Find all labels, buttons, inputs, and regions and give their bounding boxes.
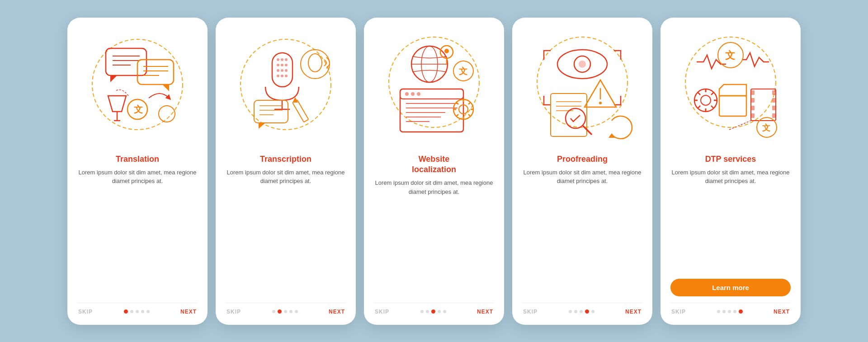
dots-translation <box>124 309 150 314</box>
screen-proofreading: Proofreading Lorem ipsum dolor sit dim a… <box>512 18 652 325</box>
skip-button-website-localization[interactable]: SKIP <box>374 307 390 317</box>
dots-transcription <box>272 309 298 314</box>
svg-marker-41 <box>259 123 265 129</box>
description-transcription: Lorem ipsum dolor sit dim amet, mea regi… <box>226 168 346 298</box>
title-website-localization: Website localization <box>412 154 456 175</box>
dot-1 <box>574 310 577 313</box>
learn-more-button[interactable]: Learn more <box>670 279 791 296</box>
svg-rect-75 <box>551 94 587 136</box>
svg-line-70 <box>456 114 458 117</box>
dot-0 <box>124 309 128 314</box>
svg-line-94 <box>698 92 700 95</box>
dot-2 <box>136 310 139 313</box>
next-button-website-localization[interactable]: NEXT <box>476 307 494 317</box>
svg-text:文: 文 <box>134 104 143 114</box>
dot-1 <box>278 309 282 314</box>
svg-line-95 <box>711 106 714 108</box>
description-dtp-services: Lorem ipsum dolor sit dim amet, mea regi… <box>670 168 791 275</box>
skip-button-transcription[interactable]: SKIP <box>226 307 242 317</box>
svg-point-47 <box>444 49 449 53</box>
dot-3 <box>141 310 144 313</box>
svg-line-96 <box>711 92 714 95</box>
svg-rect-101 <box>751 98 755 103</box>
dot-2 <box>728 310 731 313</box>
dots-website-localization <box>420 309 446 314</box>
svg-rect-99 <box>751 89 776 121</box>
svg-point-34 <box>308 54 322 72</box>
illustration-translation: 文 <box>79 26 196 152</box>
dot-4 <box>146 310 150 313</box>
illustration-transcription <box>227 26 344 152</box>
illustration-dtp-services: 文 <box>672 26 789 152</box>
svg-point-16 <box>159 106 175 122</box>
svg-point-55 <box>417 92 420 96</box>
dot-0 <box>272 310 275 313</box>
next-button-proofreading[interactable]: NEXT <box>624 307 642 317</box>
svg-point-30 <box>285 75 288 77</box>
svg-rect-106 <box>772 106 776 110</box>
svg-line-67 <box>456 102 458 104</box>
screen-translation: 文 Translation Lorem ipsum dolor sit dim … <box>67 18 208 325</box>
dot-2 <box>580 310 583 313</box>
dot-4 <box>443 310 446 313</box>
dot-1 <box>130 310 133 313</box>
svg-text:文: 文 <box>725 50 735 61</box>
bottom-nav-translation: SKIP NEXT <box>77 303 198 317</box>
dot-1 <box>426 310 429 313</box>
svg-line-69 <box>468 102 471 104</box>
svg-rect-35 <box>292 100 308 122</box>
svg-point-53 <box>405 92 409 96</box>
svg-marker-10 <box>162 84 169 91</box>
svg-point-27 <box>285 69 288 72</box>
description-website-localization: Lorem ipsum dolor sit dim amet, mea regi… <box>374 178 494 298</box>
title-proofreading: Proofreading <box>557 154 608 164</box>
svg-rect-103 <box>751 113 755 118</box>
dot-4 <box>739 309 743 314</box>
svg-point-22 <box>277 64 279 66</box>
svg-point-26 <box>281 69 283 72</box>
skip-button-dtp-services[interactable]: SKIP <box>670 307 687 317</box>
svg-line-68 <box>468 114 471 117</box>
svg-rect-107 <box>772 113 776 118</box>
skip-button-translation[interactable]: SKIP <box>77 307 94 317</box>
screen-transcription: Transcription Lorem ipsum dolor sit dim … <box>216 18 356 325</box>
next-button-translation[interactable]: NEXT <box>179 307 198 317</box>
svg-marker-84 <box>609 133 615 138</box>
dot-3 <box>289 310 292 313</box>
dot-0 <box>569 310 572 313</box>
svg-point-54 <box>411 92 415 96</box>
svg-rect-102 <box>751 106 755 110</box>
screen-website-localization: 文 <box>364 18 504 325</box>
dots-proofreading <box>569 309 594 314</box>
svg-rect-98 <box>719 96 746 116</box>
dot-1 <box>722 310 726 313</box>
svg-text:文: 文 <box>459 66 467 76</box>
svg-point-21 <box>285 58 288 61</box>
bottom-nav-proofreading: SKIP NEXT <box>522 303 642 317</box>
dot-4 <box>295 310 298 313</box>
svg-point-19 <box>277 58 279 61</box>
dot-3 <box>438 310 441 313</box>
svg-line-110 <box>729 121 751 130</box>
svg-text:文: 文 <box>762 123 770 132</box>
next-button-dtp-services[interactable]: NEXT <box>773 307 791 317</box>
illustration-website-localization: 文 <box>375 26 493 152</box>
svg-point-20 <box>281 58 283 61</box>
screens-container: 文 Translation Lorem ipsum dolor sit dim … <box>67 18 801 325</box>
description-translation: Lorem ipsum dolor sit dim amet, mea regi… <box>77 168 198 298</box>
title-translation: Translation <box>116 154 159 164</box>
skip-button-proofreading[interactable]: SKIP <box>522 307 538 317</box>
dot-2 <box>431 309 435 314</box>
svg-point-89 <box>701 95 711 105</box>
dot-0 <box>717 310 720 313</box>
svg-point-24 <box>285 64 288 66</box>
description-proofreading: Lorem ipsum dolor sit dim amet, mea regi… <box>522 168 642 298</box>
dot-0 <box>420 310 424 313</box>
title-transcription: Transcription <box>260 154 311 164</box>
dot-2 <box>284 310 287 313</box>
svg-rect-104 <box>772 90 776 95</box>
title-dtp-services: DTP services <box>705 154 756 164</box>
next-button-transcription[interactable]: NEXT <box>328 307 346 317</box>
svg-point-29 <box>281 75 283 77</box>
dot-4 <box>591 310 594 313</box>
